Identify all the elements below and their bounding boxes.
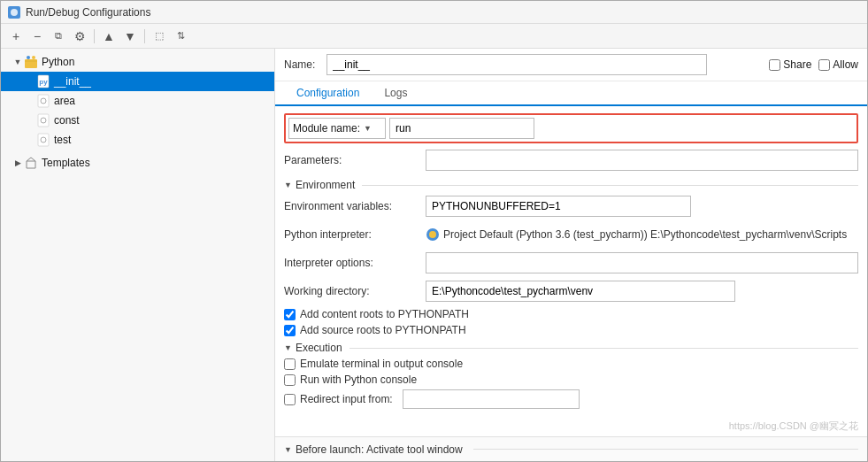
emulate-terminal-label: Emulate terminal in output console — [300, 358, 463, 370]
add-source-roots-checkbox[interactable] — [284, 325, 296, 336]
tree-item-area[interactable]: area — [1, 91, 274, 111]
right-panel: Name: Share Allow Configuration Logs — [275, 49, 867, 461]
python-interpreter-label: Python interpreter: — [284, 228, 426, 241]
share-checkbox[interactable] — [769, 59, 780, 71]
svg-point-2 — [27, 56, 30, 59]
parameters-value — [426, 150, 858, 171]
interpreter-options-input[interactable] — [426, 252, 858, 273]
add-content-roots-row: Add content roots to PYTHONPATH — [284, 308, 858, 320]
settings-button[interactable]: ⚙ — [70, 27, 89, 46]
module-name-select[interactable]: Module name: ▼ — [288, 118, 386, 139]
add-content-roots-checkbox[interactable] — [284, 309, 296, 320]
module-name-value-input[interactable] — [389, 118, 534, 139]
tree-item-python[interactable]: ▼ Python — [1, 52, 274, 72]
tab-configuration[interactable]: Configuration — [284, 81, 372, 106]
name-right: Share Allow — [769, 58, 858, 71]
redirect-input-checkbox[interactable] — [284, 394, 296, 405]
before-launch-arrow-icon[interactable]: ▼ — [284, 445, 292, 454]
module-name-select-text: Module name: — [293, 122, 360, 135]
redirect-input-field[interactable] — [403, 389, 580, 409]
interpreter-options-value — [426, 252, 858, 273]
before-launch-bar: ▼ Before launch: Activate tool window — [275, 436, 867, 461]
python-interp-icon — [426, 227, 440, 242]
left-panel: ▼ Python — [1, 49, 275, 461]
python-file-icon-const — [36, 113, 50, 127]
svg-point-3 — [32, 56, 35, 59]
before-launch-label: Before launch: Activate tool window — [296, 443, 463, 456]
svg-rect-1 — [25, 59, 37, 68]
allow-checkbox-item: Allow — [818, 58, 858, 71]
templates-label: Templates — [42, 157, 90, 169]
add-source-roots-row: Add source roots to PYTHONPATH — [284, 324, 858, 336]
allow-label: Allow — [833, 58, 858, 71]
tree-item-test[interactable]: test — [1, 130, 274, 150]
run-with-console-checkbox[interactable] — [284, 374, 296, 386]
run-debug-configurations-window: Run/Debug Configurations + − ⧉ ⚙ ▲ ▼ ⬚ ⇅… — [0, 0, 868, 462]
name-label: Name: — [284, 58, 319, 71]
working-dir-label: Working directory: — [284, 285, 426, 297]
move-up-button[interactable]: ▲ — [99, 27, 119, 46]
tabs-bar: Configuration Logs — [275, 81, 867, 106]
sort-button[interactable]: ⬚ — [150, 27, 169, 46]
share-label: Share — [783, 58, 811, 71]
python-file-icon-init: py — [36, 74, 50, 89]
parameters-label: Parameters: — [284, 154, 426, 166]
app-icon — [8, 6, 20, 19]
python-file-icon-area — [36, 94, 50, 108]
remove-button[interactable]: − — [27, 27, 47, 46]
python-folder-icon — [24, 55, 38, 69]
tree-label-const: const — [54, 114, 80, 127]
run-with-console-row: Run with Python console — [284, 373, 858, 386]
python-file-icon-test — [36, 133, 50, 147]
environment-arrow-icon[interactable]: ▼ — [284, 181, 292, 189]
share-checkbox-item: Share — [769, 58, 811, 71]
execution-arrow-icon[interactable]: ▼ — [284, 343, 292, 352]
templates-icon — [24, 156, 38, 170]
tree-label-test: test — [54, 134, 71, 146]
python-interpreter-text: Project Default (Python 3.6 (test_pychar… — [443, 228, 847, 241]
tree-item-init[interactable]: py __init__ — [1, 72, 274, 91]
svg-rect-8 — [38, 114, 49, 127]
svg-rect-6 — [38, 95, 49, 107]
interpreter-options-label: Interpreter options: — [284, 257, 426, 269]
redirect-input-row: Redirect input from: — [284, 389, 858, 409]
environment-section-header: ▼ Environment — [284, 179, 858, 191]
python-interpreter-value: Project Default (Python 3.6 (test_pychar… — [426, 227, 858, 242]
module-name-row: Module name: ▼ — [284, 113, 858, 143]
allow-checkbox[interactable] — [818, 59, 830, 71]
before-launch-divider — [473, 449, 858, 450]
tree-arrow-templates: ▶ — [12, 158, 24, 167]
parameters-input[interactable] — [426, 150, 858, 171]
config-area: Module name: ▼ Parameters: ▼ Environment — [275, 106, 867, 436]
execution-section-divider — [350, 348, 858, 349]
tree-area: ▼ Python — [1, 49, 274, 461]
emulate-terminal-checkbox[interactable] — [284, 358, 296, 370]
working-dir-input[interactable] — [426, 281, 735, 302]
execution-section-title: Execution — [296, 342, 342, 354]
tree-label-init: __init__ — [54, 75, 91, 88]
redirect-input-label: Redirect input from: — [300, 393, 393, 405]
tree-label-area: area — [54, 95, 75, 107]
watermark-text: https://blog.CSDN @幽冥之花 — [729, 420, 858, 433]
toolbar: + − ⧉ ⚙ ▲ ▼ ⬚ ⇅ — [1, 24, 867, 49]
sort2-button[interactable]: ⇅ — [171, 27, 190, 46]
svg-rect-10 — [38, 134, 49, 146]
parameters-row: Parameters: — [284, 149, 858, 172]
main-content: ▼ Python — [1, 49, 867, 461]
env-vars-input[interactable] — [426, 196, 691, 217]
tree-item-const[interactable]: const — [1, 111, 274, 130]
section-divider — [362, 185, 858, 186]
add-button[interactable]: + — [6, 27, 26, 46]
move-down-button[interactable]: ▼ — [120, 27, 140, 46]
title-bar-text: Run/Debug Configurations — [26, 6, 150, 19]
run-with-console-label: Run with Python console — [300, 373, 417, 386]
svg-point-0 — [11, 9, 18, 16]
name-input[interactable] — [326, 54, 707, 75]
add-source-roots-label: Add source roots to PYTHONPATH — [300, 324, 466, 336]
svg-text:py: py — [39, 78, 48, 86]
tree-item-templates[interactable]: ▶ Templates — [1, 153, 274, 173]
tab-logs[interactable]: Logs — [372, 81, 419, 106]
interpreter-options-row: Interpreter options: — [284, 251, 858, 274]
copy-button[interactable]: ⧉ — [49, 27, 68, 46]
add-content-roots-label: Add content roots to PYTHONPATH — [300, 308, 469, 320]
